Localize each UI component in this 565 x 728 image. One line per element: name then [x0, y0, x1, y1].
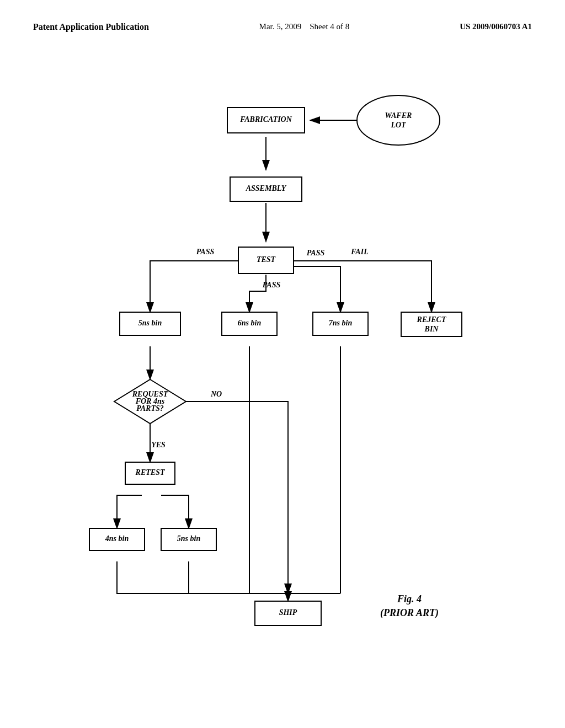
svg-text:PARTS?: PARTS?	[136, 404, 164, 413]
flowchart-diagram: PASS PASS PASS FAIL NO YES	[33, 49, 532, 683]
svg-text:SHIP: SHIP	[279, 608, 297, 617]
svg-point-13	[357, 95, 440, 145]
svg-text:WAFER: WAFER	[385, 111, 412, 120]
svg-text:YES: YES	[151, 441, 166, 449]
svg-text:LOT: LOT	[390, 121, 407, 129]
svg-text:TEST: TEST	[257, 255, 276, 264]
svg-text:4ns bin: 4ns bin	[105, 534, 129, 543]
svg-text:(PRIOR ART): (PRIOR ART)	[380, 607, 439, 619]
svg-text:5ns bin: 5ns bin	[138, 319, 162, 327]
svg-text:FAIL: FAIL	[350, 248, 368, 256]
patent-page: Patent Application Publication Mar. 5, 2…	[0, 0, 565, 728]
svg-text:5ns bin: 5ns bin	[177, 534, 201, 543]
svg-text:FABRICATION: FABRICATION	[239, 115, 292, 124]
svg-text:BIN: BIN	[424, 325, 439, 333]
sheet-info: Sheet 4 of 8	[310, 22, 349, 31]
svg-text:RETEST: RETEST	[135, 468, 166, 477]
svg-text:6ns bin: 6ns bin	[238, 319, 262, 327]
publication-title: Patent Application Publication	[33, 22, 149, 32]
svg-text:ASSEMBLY: ASSEMBLY	[246, 184, 287, 192]
svg-text:PASS: PASS	[307, 249, 325, 257]
svg-text:NO: NO	[210, 390, 222, 398]
svg-text:PASS: PASS	[196, 248, 215, 256]
page-header: Patent Application Publication Mar. 5, 2…	[33, 22, 532, 32]
svg-text:7ns bin: 7ns bin	[329, 319, 353, 327]
patent-number: US 2009/0060703 A1	[460, 22, 532, 31]
svg-text:Fig. 4: Fig. 4	[397, 593, 422, 604]
publication-date: Mar. 5, 2009	[259, 22, 302, 31]
svg-text:REJECT: REJECT	[417, 315, 447, 324]
header-center: Mar. 5, 2009 Sheet 4 of 8	[259, 22, 350, 31]
svg-text:PASS: PASS	[263, 281, 281, 289]
